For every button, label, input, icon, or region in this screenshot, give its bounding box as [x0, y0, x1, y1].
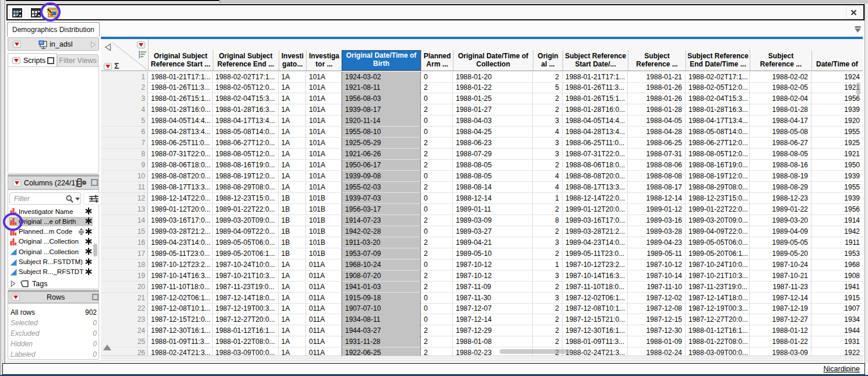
column-header[interactable]: Subject ReferenceEnd Date/Time ... — [686, 50, 750, 71]
table-cell[interactable]: 1950-06-17 — [342, 160, 421, 170]
table-cell[interactable]: 1988-02-04 — [750, 93, 811, 104]
table-cell[interactable]: 1989-03-16 — [628, 215, 686, 226]
scripts-menu-button[interactable] — [12, 57, 20, 64]
table-cell[interactable]: 3 — [533, 270, 563, 281]
table-cell[interactable]: 101B — [306, 237, 342, 248]
table-cell[interactable]: 1A — [279, 314, 307, 325]
table-cell[interactable]: 1944 — [811, 325, 863, 336]
table-cell[interactable]: 1988-12-14 — [628, 193, 686, 203]
table-cell[interactable]: 1989-01-22 — [750, 204, 811, 215]
table-cell[interactable]: 1941-01-03 — [342, 282, 421, 292]
table-cell[interactable]: 1939 — [811, 104, 863, 115]
table-cell[interactable]: 1939 — [811, 171, 863, 181]
column-header[interactable]: SubjectReference ... — [750, 50, 811, 71]
table-cell[interactable]: 1988-06-25 — [628, 138, 686, 148]
table-cell[interactable]: 1988-08-16 — [750, 160, 811, 170]
table-cell[interactable]: 1A — [279, 293, 307, 303]
table-cell[interactable]: 101A — [306, 182, 342, 192]
table-cell[interactable]: 1987-11-10T18:0... — [148, 282, 213, 292]
table-cell[interactable]: 1988-04-05T14:4... — [563, 115, 628, 126]
table-cell[interactable]: 1B — [279, 193, 307, 203]
table-cell[interactable]: 1A — [279, 82, 307, 93]
table-cell[interactable]: 101B — [306, 193, 342, 203]
table-cell[interactable]: 1988-08-29T08:0... — [213, 182, 279, 192]
table-cell[interactable]: 1A — [279, 149, 307, 159]
table-cell[interactable]: 1988-05-08T14:0... — [686, 126, 750, 137]
table-cell[interactable]: 2 — [533, 93, 563, 104]
table-cell[interactable]: 1988-05-08T14:0... — [213, 126, 279, 137]
table-cell[interactable]: 101A — [306, 126, 342, 137]
table-cell[interactable]: 1987-12-30 — [628, 325, 686, 336]
table-cell[interactable]: 1988-02-05T12:0... — [686, 82, 750, 93]
column-list-item[interactable]: Subject R..._RFSTDT) — [9, 267, 99, 277]
row-number[interactable]: 4 — [101, 104, 148, 115]
table-cell[interactable]: 1989-05-20T06:1... — [686, 248, 750, 259]
column-list-item[interactable]: Investigator Name — [9, 206, 99, 216]
table-cell[interactable]: 1988-01-22T08:0... — [213, 336, 279, 347]
table-cell[interactable]: 1988-01-25 — [453, 93, 533, 104]
table-cell[interactable]: 1988-01-26T11:3... — [563, 82, 628, 93]
table-cell[interactable]: 1989-01-12T20:0... — [148, 204, 213, 215]
horizontal-scrollbar-thumb[interactable] — [500, 349, 571, 354]
table-cell[interactable]: 1988-08-14 — [453, 182, 533, 192]
row-number[interactable]: 21 — [101, 293, 148, 303]
row-number[interactable]: 15 — [101, 226, 148, 237]
table-cell[interactable]: 1968-10-24 — [342, 259, 421, 270]
table-menu-button[interactable] — [13, 41, 21, 48]
table-cell[interactable]: 1988-07-31 — [628, 149, 686, 159]
table-cell[interactable]: 1988-05-08 — [750, 126, 811, 137]
row-number[interactable]: 19 — [101, 270, 148, 281]
row-number[interactable]: 16 — [101, 237, 148, 248]
table-cell[interactable]: 1988-07-31T22:0... — [148, 149, 213, 159]
scripts-checkbox[interactable] — [47, 57, 54, 64]
table-cell[interactable]: 1989-04-23T14:0... — [563, 237, 628, 248]
table-cell[interactable]: 1A — [279, 93, 307, 104]
table-cell[interactable]: 1941 — [811, 282, 863, 292]
sigma-icon[interactable]: Σ — [114, 61, 119, 71]
table-cell[interactable]: 2 — [421, 270, 453, 281]
table-cell[interactable]: 0 — [421, 115, 453, 126]
columns-panel-box-icon[interactable] — [91, 179, 98, 186]
table-cell[interactable]: 1956 — [811, 93, 863, 104]
table-cell[interactable]: 0 — [421, 72, 453, 82]
table-cell[interactable]: 2 — [533, 204, 563, 215]
column-header[interactable]: Investigato... — [279, 50, 307, 71]
columns-menu-button[interactable] — [13, 180, 21, 187]
table-cell[interactable]: 3 — [533, 237, 563, 248]
table-cell[interactable]: 1987-12-15T21:0... — [148, 314, 213, 325]
table-cell[interactable]: 1988-04-25 — [453, 126, 533, 137]
table-cell[interactable]: 2 — [421, 248, 453, 259]
table-cell[interactable]: 1988-08-17T13:3... — [563, 182, 628, 192]
table-cell[interactable]: 1988-04-28T13:4... — [563, 126, 628, 137]
table-cell[interactable]: 1988-08-16T19:0... — [686, 160, 750, 170]
table-cell[interactable]: 3 — [533, 149, 563, 159]
table-cell[interactable]: 1988-08-06T18:0... — [148, 160, 213, 170]
search-dropdown-icon[interactable] — [75, 198, 80, 201]
table-cell[interactable]: 101A — [306, 82, 342, 93]
table-cell[interactable]: 0 — [421, 93, 453, 104]
table-cell[interactable]: 1934 — [811, 314, 863, 325]
table-cell[interactable]: 1921 — [811, 82, 863, 93]
table-cell[interactable]: 1988-01-21T17:1... — [563, 72, 628, 82]
table-cell[interactable]: 1988-02-02T17:1... — [213, 72, 279, 82]
table-cell[interactable]: 3 — [533, 293, 563, 303]
column-header[interactable]: Original ... — [533, 50, 563, 71]
table-cell[interactable]: 1989-03-20T09:0... — [686, 215, 750, 226]
table-cell[interactable]: 1A — [279, 160, 307, 170]
table-cell[interactable]: 1A — [279, 115, 307, 126]
table-cell[interactable]: 1988-01-09T11:3... — [148, 336, 213, 347]
table-cell[interactable]: 1B — [279, 248, 307, 259]
table-cell[interactable]: 1988-01-12T16:1... — [213, 325, 279, 336]
row-number[interactable]: 7 — [101, 138, 148, 148]
table-cell[interactable]: 1988-01-26T15:1... — [563, 93, 628, 104]
table-cell[interactable]: 1988-08-17 — [628, 182, 686, 192]
table-cell[interactable]: 1988-01-28T16:3... — [686, 104, 750, 115]
table-cell[interactable]: 2 — [421, 347, 453, 355]
table-cell[interactable]: 011A — [306, 259, 342, 270]
table-cell[interactable]: 011A — [306, 347, 342, 355]
table-cell[interactable]: 1920-11-14 — [342, 115, 421, 126]
row-number[interactable]: 9 — [101, 160, 148, 170]
table-cell[interactable]: 1988-02-04T15:3... — [686, 93, 750, 104]
row-number[interactable]: 12 — [101, 193, 148, 203]
table-cell[interactable]: 0 — [421, 259, 453, 270]
